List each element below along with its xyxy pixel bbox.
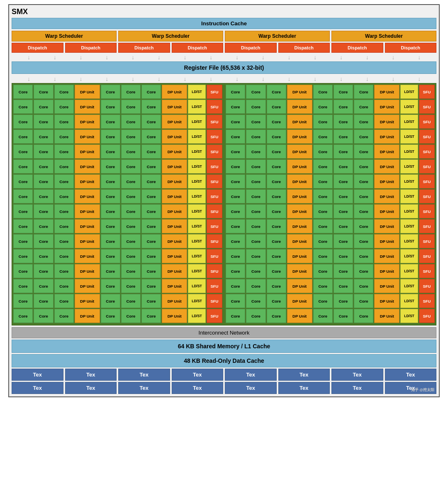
sfu-h1-r12: SFU — [207, 249, 222, 263]
core-h2-r1-3: Core — [267, 85, 286, 99]
dp-unit2-h2-r15: DP Unit — [374, 294, 399, 308]
dispatch-3: Dispatch — [118, 43, 170, 53]
core2-h2-r16-2: Core — [334, 309, 353, 323]
core2-h2-r4-2: Core — [334, 130, 353, 144]
core-h1-r13-1: Core — [13, 264, 33, 278]
core2-h2-r9-2: Core — [334, 204, 353, 218]
ldst-h1-r11: LD/ST — [188, 234, 206, 248]
core2-h1-r7-1: Core — [101, 174, 120, 188]
core-h2-r12-3: Core — [267, 249, 286, 263]
dp-unit2-h1-r2: DP Unit — [162, 100, 187, 114]
ldst-h1-r13: LD/ST — [188, 264, 206, 278]
core-h2-r8-2: Core — [246, 189, 265, 203]
core2-h2-r3-3: Core — [354, 115, 373, 129]
ldst-h1-r14: LD/ST — [188, 279, 206, 293]
core-h2-r2-2: Core — [246, 100, 265, 114]
core-h2-r12-2: Core — [246, 249, 265, 263]
core2-h1-r9-2: Core — [121, 204, 141, 218]
tex-2-6: Tex — [278, 382, 330, 394]
core2-h1-r3-2: Core — [121, 115, 141, 129]
ldst-h1-r2: LD/ST — [188, 100, 206, 114]
core-h1-r11-2: Core — [34, 234, 53, 248]
warp-scheduler-3: Warp Scheduler — [225, 31, 330, 42]
tex-1-4: Tex — [172, 369, 224, 381]
core2-h2-r15-3: Core — [354, 294, 373, 308]
dp-unit-h2-r13: DP Unit — [287, 264, 312, 278]
core2-h1-r7-3: Core — [141, 174, 161, 188]
dp-unit-h2-r1: DP Unit — [287, 85, 312, 99]
core-h2-r15-1: Core — [226, 294, 245, 308]
interconnect-network: Interconnect Network — [12, 327, 436, 338]
sfu-h1-r4: SFU — [207, 130, 222, 144]
core2-h2-r8-3: Core — [354, 189, 373, 203]
ldst-h2-r8: LD/ST — [400, 189, 418, 203]
dp-unit-h1-r4: DP Unit — [75, 130, 100, 144]
core-row-3: CoreCoreCoreDP UnitCoreCoreCoreDP UnitLD… — [13, 115, 435, 129]
core2-h1-r5-3: Core — [141, 144, 161, 159]
core-h2-r6-3: Core — [267, 159, 286, 174]
tex-row-2: Tex Tex Tex Tex Tex Tex Tex Tex 知乎 @挖太阳 — [12, 382, 436, 394]
ldst-h1-r7: LD/ST — [188, 174, 206, 188]
core2-h2-r6-2: Core — [334, 159, 353, 174]
dp-unit-h2-r16: DP Unit — [287, 309, 312, 323]
core2-h1-r8-1: Core — [101, 189, 120, 203]
core2-h1-r5-1: Core — [101, 144, 120, 159]
tex-section: Tex Tex Tex Tex Tex Tex Tex Tex Tex Tex … — [12, 369, 436, 394]
core2-h2-r9-3: Core — [354, 204, 373, 218]
core-h2-r8-1: Core — [226, 189, 245, 203]
core-h1-r4-2: Core — [34, 130, 53, 144]
sfu-h2-r8: SFU — [419, 189, 435, 203]
core-h2-r4-1: Core — [226, 130, 245, 144]
core2-h2-r10-3: Core — [354, 219, 373, 233]
dp-unit-h2-r9: DP Unit — [287, 204, 312, 218]
dp-unit2-h1-r3: DP Unit — [162, 115, 187, 129]
core2-h2-r3-1: Core — [313, 115, 333, 129]
core-h1-r10-1: Core — [13, 219, 33, 233]
sfu-h2-r7: SFU — [419, 174, 435, 188]
core2-h1-r14-2: Core — [121, 279, 141, 293]
watermark: 知乎 @挖太阳 — [411, 387, 434, 393]
dp-unit2-h2-r11: DP Unit — [374, 234, 399, 248]
core-h2-r7-3: Core — [267, 174, 286, 188]
core2-h1-r15-1: Core — [101, 294, 120, 308]
ldst-h2-r16: LD/ST — [400, 309, 418, 323]
core-h2-r13-1: Core — [226, 264, 245, 278]
core2-h1-r10-3: Core — [141, 219, 161, 233]
smx-title: SMX — [12, 7, 436, 16]
core-h2-r6-1: Core — [226, 159, 245, 174]
register-file: Register File (65,536 x 32-bit) — [12, 61, 436, 74]
tex-2-8: Tex 知乎 @挖太阳 — [385, 382, 437, 394]
core-h2-r16-2: Core — [246, 309, 265, 323]
tex-2-2: Tex — [65, 382, 117, 394]
core-h2-r2-3: Core — [267, 100, 286, 114]
core-h1-r14-1: Core — [13, 279, 33, 293]
core-h1-r5-2: Core — [34, 144, 53, 159]
dp-unit2-h1-r8: DP Unit — [162, 189, 187, 203]
core-row-7: CoreCoreCoreDP UnitCoreCoreCoreDP UnitLD… — [13, 174, 435, 188]
core-h2-r1-2: Core — [246, 85, 265, 99]
sfu-h1-r6: SFU — [207, 159, 222, 174]
core2-h1-r14-1: Core — [101, 279, 120, 293]
dp-unit-h1-r13: DP Unit — [75, 264, 100, 278]
core-h2-r5-3: Core — [267, 144, 286, 159]
core-h2-r6-2: Core — [246, 159, 265, 174]
core-h1-r9-1: Core — [13, 204, 33, 218]
core-h1-r12-2: Core — [34, 249, 53, 263]
dp-unit2-h2-r4: DP Unit — [374, 130, 399, 144]
dp-unit2-h1-r12: DP Unit — [162, 249, 187, 263]
sfu-h2-r13: SFU — [419, 264, 435, 278]
core2-h2-r2-3: Core — [354, 100, 373, 114]
core-h1-r11-1: Core — [13, 234, 33, 248]
core2-h1-r5-2: Core — [121, 144, 141, 159]
dp-unit-h1-r11: DP Unit — [75, 234, 100, 248]
dp-unit-h1-r9: DP Unit — [75, 204, 100, 218]
sfu-h1-r7: SFU — [207, 174, 222, 188]
dp-unit-h2-r8: DP Unit — [287, 189, 312, 203]
dispatch-7: Dispatch — [331, 43, 383, 53]
ldst-h2-r11: LD/ST — [400, 234, 418, 248]
sfu-h1-r8: SFU — [207, 189, 222, 203]
core-row-9: CoreCoreCoreDP UnitCoreCoreCoreDP UnitLD… — [13, 204, 435, 218]
ldst-h2-r7: LD/ST — [400, 174, 418, 188]
core2-h1-r12-3: Core — [141, 249, 161, 263]
tex-2-4: Tex — [172, 382, 224, 394]
